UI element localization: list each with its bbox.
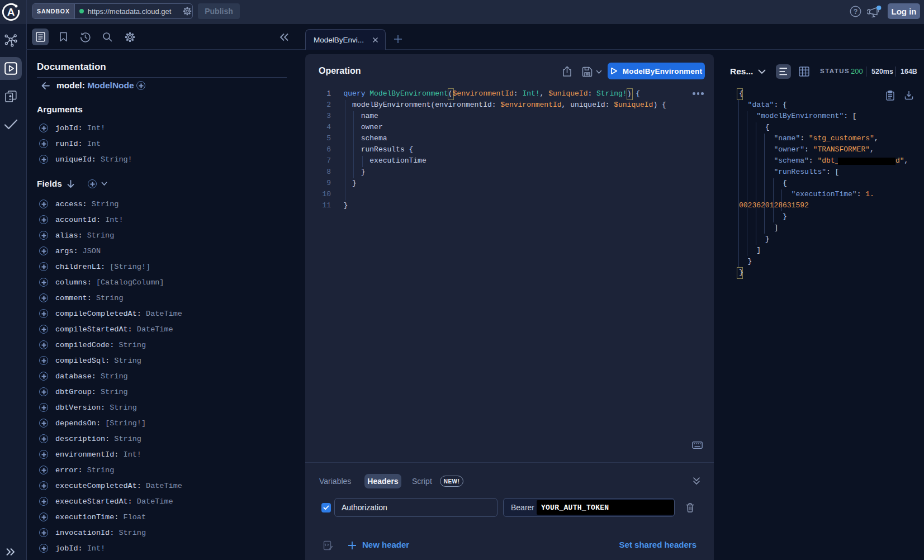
svg-text:A: A	[7, 6, 15, 18]
svg-text:?: ?	[854, 8, 858, 16]
